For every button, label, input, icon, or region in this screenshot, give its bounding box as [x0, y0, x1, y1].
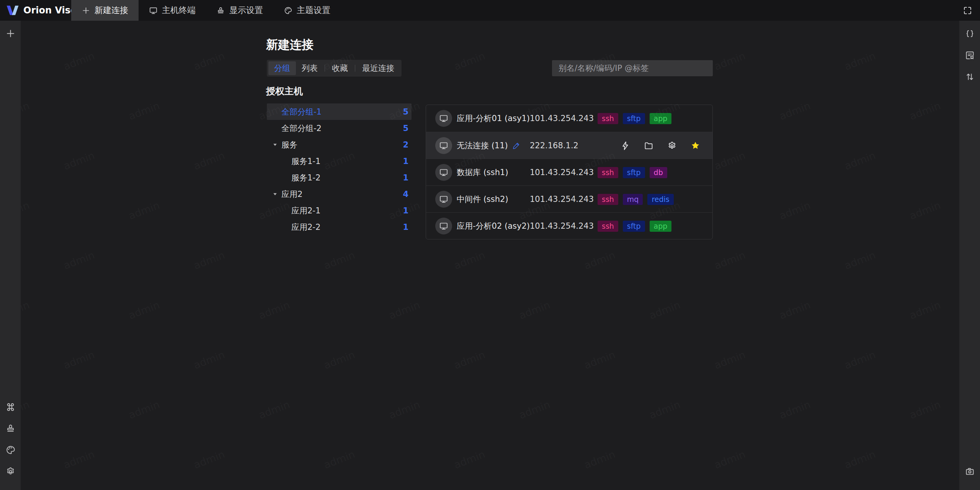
watermark-text: admin [908, 398, 942, 421]
watermark-text: admin [843, 349, 877, 371]
gear-action-button[interactable] [666, 140, 678, 151]
view-tab-1[interactable]: 分组 [268, 61, 296, 75]
tree-node-count: 5 [403, 124, 408, 133]
host-avatar [435, 218, 452, 234]
host-tag-mq: mq [623, 194, 643, 205]
watermark-text: admin [582, 249, 617, 272]
host-row[interactable]: 中间件 (ssh2)101.43.254.243sshmqredis [426, 185, 712, 212]
watermark-text: admin [712, 448, 747, 471]
watermark-text: admin [62, 349, 96, 371]
tree-node-count: 1 [403, 206, 408, 215]
view-tab-2[interactable]: 列表 [296, 61, 323, 75]
stamp-icon [216, 6, 225, 15]
gear-rail-button[interactable] [3, 464, 18, 479]
host-name: 数据库 (ssh1) [457, 159, 508, 186]
watermark-text: admin [647, 398, 682, 421]
watermark-text: admin [21, 21, 31, 23]
view-tab-divider [355, 65, 355, 72]
star-icon [690, 141, 701, 151]
command-rail-button[interactable] [3, 399, 18, 415]
camera-rail-button[interactable] [962, 464, 977, 479]
host-name: 应用-分析02 (asy2) [457, 213, 530, 239]
tree-node[interactable]: 服务2 [267, 136, 412, 153]
sort-vertical-rail-button[interactable] [962, 69, 977, 84]
tree-node[interactable]: 服务1-21 [267, 169, 412, 186]
watermark-text: admin [127, 21, 161, 23]
topbar-tab-1[interactable]: 新建连接 [71, 0, 139, 21]
fullscreen-icon [963, 6, 972, 15]
host-tag-ssh: ssh [598, 221, 618, 232]
host-ip: 222.168.1.2 [530, 132, 578, 159]
host-avatar [435, 164, 452, 181]
view-tab-4[interactable]: 最近连接 [356, 61, 400, 75]
host-row[interactable]: 无法连接 (11)222.168.1.2 [426, 132, 712, 159]
tree-node[interactable]: 应用2-11 [267, 202, 412, 219]
watermark-text: admin [452, 448, 487, 471]
pencil-icon[interactable] [512, 142, 520, 150]
host-row[interactable]: 数据库 (ssh1)101.43.254.243sshsftpdb [426, 159, 712, 185]
watermark-text: admin [777, 100, 812, 122]
tree-node[interactable]: 应用2-21 [267, 219, 412, 235]
lightning-action-button[interactable] [619, 140, 631, 151]
watermark-text: admin [647, 299, 682, 321]
left-sidebar [0, 21, 21, 490]
tree-node[interactable]: 应用24 [267, 186, 412, 202]
view-tab-divider [325, 65, 325, 72]
section-title: 授权主机 [266, 85, 303, 97]
watermark-text: admin [21, 100, 31, 122]
search-input[interactable] [552, 60, 713, 76]
host-row[interactable]: 应用-分析01 (asy1)101.43.254.243sshsftpapp [426, 105, 712, 132]
brand: Orion Visor [0, 5, 71, 16]
palette-icon [5, 445, 16, 455]
palette-rail-button[interactable] [3, 442, 18, 457]
host-tag-db: db [650, 167, 667, 178]
watermark-text: admin [21, 398, 31, 421]
doc-bookmark-rail-button[interactable] [962, 48, 977, 63]
topbar-tab-label: 显示设置 [229, 5, 263, 16]
monitor-icon [439, 114, 448, 123]
caret-down-icon [273, 142, 278, 147]
topbar-tab-label: 主题设置 [297, 5, 330, 16]
watermark-text: admin [777, 21, 812, 23]
host-row[interactable]: 应用-分析02 (asy2)101.43.254.243sshsftpapp [426, 212, 712, 239]
topbar-tab-4[interactable]: 主题设置 [273, 0, 341, 21]
topbar-tab-2[interactable]: 主机终端 [139, 0, 206, 21]
tree-node-count: 5 [403, 107, 408, 116]
tree-node[interactable]: 服务1-11 [267, 153, 412, 169]
view-tab-3[interactable]: 收藏 [326, 61, 354, 75]
fullscreen-button[interactable] [960, 3, 974, 17]
folder-action-button[interactable] [643, 140, 654, 151]
group-tree: 全部分组-15全部分组-25服务2服务1-11服务1-21应用24应用2-11应… [267, 103, 412, 235]
stamp-rail-button[interactable] [3, 421, 18, 436]
watermark-text: admin [62, 448, 96, 471]
tree-node-label: 服务1-1 [291, 156, 320, 167]
topbar-tab-3[interactable]: 显示设置 [206, 0, 273, 21]
host-tag-sftp: sftp [623, 221, 645, 232]
tree-node[interactable]: 全部分组-25 [267, 120, 412, 136]
palette-icon [284, 6, 292, 15]
braces-rail-button[interactable] [962, 26, 977, 41]
watermark-text: admin [647, 21, 682, 23]
camera-icon [965, 466, 975, 477]
plus-rail-button[interactable] [3, 26, 18, 41]
watermark-text: admin [517, 299, 552, 321]
tree-node-count: 4 [403, 190, 408, 199]
watermark-text: admin [192, 249, 226, 272]
watermark-text: admin [192, 149, 226, 172]
tree-node[interactable]: 全部分组-15 [267, 103, 412, 120]
left-rail-bottom [3, 399, 18, 485]
star-action-button[interactable] [689, 140, 701, 151]
watermark-text: admin [387, 299, 421, 321]
host-avatar [435, 191, 452, 208]
tree-node-label: 应用2-2 [291, 222, 320, 233]
host-ip: 101.43.254.243 [530, 213, 594, 239]
host-tag-ssh: ssh [598, 113, 618, 124]
plus-icon [82, 6, 90, 15]
host-actions [619, 132, 701, 159]
host-tag-sftp: sftp [623, 167, 645, 178]
page-title: 新建连接 [266, 37, 314, 53]
host-ip: 101.43.254.243 [530, 186, 594, 213]
folder-icon [644, 141, 654, 151]
watermark-text: admin [777, 199, 812, 222]
host-name-text: 应用-分析02 (asy2) [457, 221, 530, 231]
